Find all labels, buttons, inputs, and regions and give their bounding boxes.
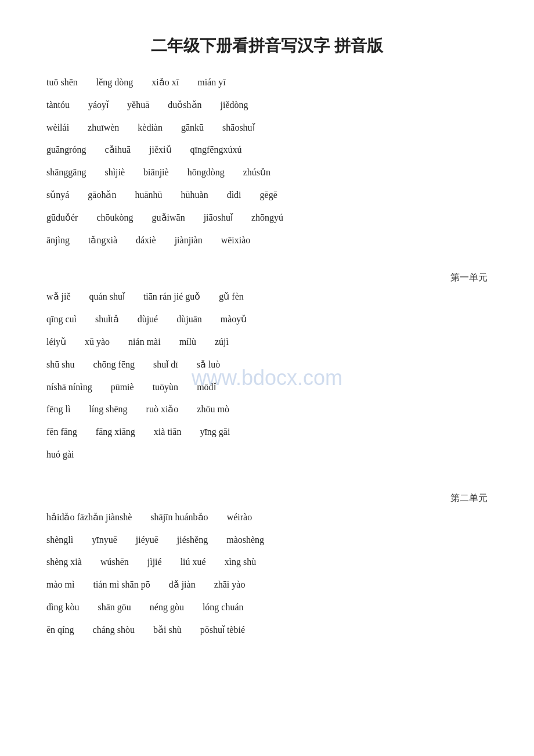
pinyin-item: dìdi — [227, 187, 241, 204]
pinyin-line: hǎidǎo fāzhǎn jiànshèshājīn huánbǎowéirà… — [46, 509, 488, 526]
pinyin-item: màoshèng — [226, 532, 264, 549]
pinyin-item: pōshuǐ tèbié — [200, 622, 245, 639]
pinyin-item: néng gòu — [150, 599, 184, 616]
pinyin-item: jiéyuē — [136, 532, 158, 549]
pinyin-item: yīng gāi — [200, 424, 230, 441]
pinyin-item: ēn qíng — [46, 622, 74, 639]
pinyin-item: liú xué — [181, 554, 206, 571]
pinyin-item: shāoshuǐ — [222, 120, 255, 136]
section2-block: 第二单元 hǎidǎo fāzhǎn jiànshèshājīn huánbǎo… — [46, 492, 488, 639]
pinyin-line: shèng xiàwúshēnjìjiéliú xuéxìng shù — [46, 554, 488, 571]
pinyin-line: wèiláizhuīwènkèdiàngānkūshāoshuǐ — [46, 120, 488, 136]
pinyin-item: mōdǐ — [197, 379, 215, 396]
pinyin-item: jiědòng — [221, 97, 248, 114]
section1-label: 第一单元 — [46, 272, 488, 284]
pinyin-item: fēng lì — [46, 401, 70, 418]
pinyin-item: cháng shòu — [93, 622, 135, 639]
section2-lines: hǎidǎo fāzhǎn jiànshèshājīn huánbǎowéirà… — [46, 509, 488, 639]
pinyin-item: pūmiè — [111, 379, 134, 396]
pinyin-line: huó gài — [46, 447, 488, 463]
pinyin-item: jiéshěng — [177, 532, 208, 549]
pinyin-item: wǎ jiě — [46, 289, 71, 305]
pinyin-item: shuǐtǎ — [95, 311, 119, 328]
pinyin-item: duǒshǎn — [168, 97, 201, 114]
pinyin-line: shū shuchōng fēngshuǐ dīsǎ luò — [46, 357, 488, 373]
pinyin-item: ānjìng — [46, 232, 70, 249]
pinyin-item: shèng xià — [46, 554, 82, 571]
pinyin-line: shānggāngshìjièbiānjièhōngdòngzhúsǔn — [46, 164, 488, 181]
pinyin-line: mào mìtián mì shān pōdǎ jiànzhāi yào — [46, 577, 488, 593]
pinyin-item: yáoyǐ — [88, 97, 109, 114]
pinyin-item: níshā nínìng — [46, 379, 92, 396]
pinyin-item: kèdiàn — [138, 120, 163, 136]
pinyin-item: shènglì — [46, 532, 73, 549]
pinyin-item: bǎi shù — [153, 622, 182, 639]
pinyin-item: yěhuā — [127, 97, 149, 114]
pinyin-line: léiyǔxū yàonián màimílùzújì — [46, 334, 488, 351]
pinyin-item: zhōngyú — [251, 210, 283, 226]
pinyin-item: gūduǒér — [46, 210, 78, 226]
pinyin-item: fēn fāng — [46, 424, 77, 441]
pinyin-item: zhúsǔn — [243, 164, 270, 181]
pinyin-line: níshā nínìngpūmiètuōyùnmōdǐ — [46, 379, 488, 396]
pinyin-item: màoyǔ — [221, 311, 247, 328]
pinyin-item: léiyǔ — [46, 334, 66, 351]
pinyin-item: jiěxiǔ — [149, 142, 171, 159]
pinyin-item: tuōyùn — [153, 379, 178, 396]
pinyin-item: gǔ fèn — [219, 289, 243, 305]
pinyin-line: sǔnyágāohǎnhuānhūhūhuàndìdigēgē — [46, 187, 488, 204]
pinyin-line: shènglìyīnyuējiéyuējiéshěngmàoshèng — [46, 532, 488, 549]
pinyin-item: jìjié — [147, 554, 162, 571]
pinyin-line: tàntóuyáoyǐyěhuāduǒshǎnjiědòng — [46, 97, 488, 114]
pinyin-item: ruò xiǎo — [146, 401, 179, 418]
pinyin-item: fāng xiāng — [96, 424, 135, 441]
pinyin-line: qīng cuìshuǐtǎdùjuédùjuānmàoyǔ — [46, 311, 488, 328]
pinyin-item: dǎ jiàn — [169, 577, 196, 593]
pinyin-item: shān gōu — [98, 599, 131, 616]
pinyin-item: yīnyuē — [92, 532, 117, 549]
pinyin-item: tǎngxià — [88, 232, 117, 249]
pinyin-item: dùjué — [138, 311, 158, 328]
pinyin-line: guāngróngcǎihuājiěxiǔqīngfēngxúxú — [46, 142, 488, 159]
pinyin-item: shānggāng — [46, 164, 86, 181]
section1-block: 第一单元 wǎ jiěquán shuǐtiān rán jié guǒgǔ f… — [46, 272, 488, 463]
pinyin-item: qīng cuì — [46, 311, 77, 328]
pinyin-item: zhōu mò — [197, 401, 229, 418]
pinyin-item: qīngfēngxúxú — [190, 142, 242, 159]
pinyin-item: wéirào — [227, 509, 252, 526]
page-title: 二年级下册看拼音写汉字 拼音版 — [46, 35, 488, 57]
pinyin-item: guāngróng — [46, 142, 86, 159]
pinyin-item: dáxiè — [136, 232, 156, 249]
pinyin-item: hǎidǎo fāzhǎn jiànshè — [46, 509, 132, 526]
pinyin-item: xiǎo xī — [151, 74, 179, 91]
pinyin-item: mián yī — [197, 74, 225, 91]
pinyin-item: líng shēng — [89, 401, 127, 418]
pinyin-item: tián mì shān pō — [93, 577, 150, 593]
pinyin-item: shìjiè — [104, 164, 125, 181]
pinyin-item: gēgē — [260, 187, 277, 204]
pinyin-item: xìng shù — [225, 554, 257, 571]
pinyin-item: zújì — [215, 334, 229, 351]
section0-lines: tuō shēnlěng dòngxiǎo xīmián yītàntóuyáo… — [46, 74, 488, 249]
pinyin-item: biānjiè — [143, 164, 169, 181]
pinyin-item: sǔnyá — [46, 187, 69, 204]
pinyin-item: guǎiwān — [152, 210, 185, 226]
pinyin-item: xū yào — [85, 334, 110, 351]
pinyin-item: zhāi yào — [214, 577, 246, 593]
pinyin-line: fēng lìlíng shēngruò xiǎozhōu mò — [46, 401, 488, 418]
pinyin-item: dìng kòu — [46, 599, 79, 616]
pinyin-line: gūduǒérchōukòngguǎiwānjiāoshuǐzhōngyú — [46, 210, 488, 226]
pinyin-item: jiāoshuǐ — [204, 210, 233, 226]
pinyin-item: shuǐ dī — [153, 357, 178, 373]
pinyin-item: mílù — [179, 334, 196, 351]
pinyin-item: hūhuàn — [181, 187, 208, 204]
pinyin-item: gānkū — [181, 120, 204, 136]
pinyin-line: wǎ jiěquán shuǐtiān rán jié guǒgǔ fèn — [46, 289, 488, 305]
pinyin-item: chōukòng — [96, 210, 133, 226]
pinyin-item: jiànjiàn — [175, 232, 203, 249]
pinyin-item: huó gài — [46, 447, 74, 463]
pinyin-line: fēn fāngfāng xiāngxià tiānyīng gāi — [46, 424, 488, 441]
pinyin-item: xià tiān — [154, 424, 182, 441]
pinyin-item: tàntóu — [46, 97, 70, 114]
pinyin-line: ēn qíngcháng shòubǎi shùpōshuǐ tèbié — [46, 622, 488, 639]
